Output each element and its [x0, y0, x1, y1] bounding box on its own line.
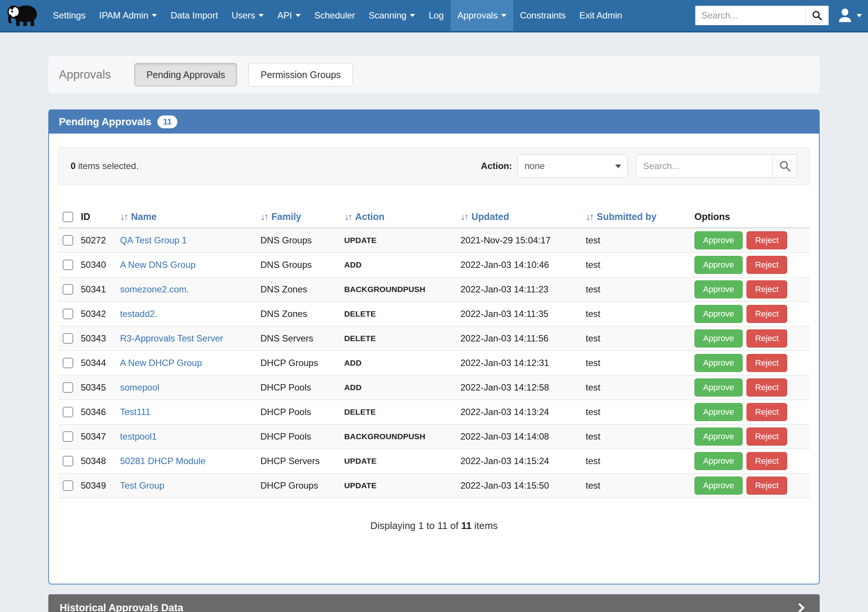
reject-button[interactable]: Reject [747, 477, 787, 495]
nav-item-data-import[interactable]: Data Import [164, 0, 225, 31]
row-id: 50347 [78, 425, 117, 449]
historical-approvals-toggle[interactable]: Historical Approvals Data [48, 594, 820, 612]
reject-button[interactable]: Reject [747, 231, 787, 249]
chevron-down-icon [259, 14, 264, 17]
sort-icon: ↓↑ [344, 211, 351, 222]
row-checkbox[interactable] [63, 358, 73, 368]
row-name-link[interactable]: A New DNS Group [120, 260, 195, 270]
approve-button[interactable]: Approve [694, 305, 743, 323]
nav-item-api[interactable]: API [271, 0, 308, 31]
row-submitted-by: test [583, 351, 691, 375]
nav-item-label: Scanning [369, 10, 406, 21]
chevron-down-icon [501, 14, 507, 17]
table-search-button[interactable] [772, 155, 797, 177]
column-header-action[interactable]: ↓↑Action [341, 206, 457, 228]
pagination-prefix: Displaying 1 to 11 of [370, 520, 461, 531]
row-checkbox[interactable] [63, 480, 73, 491]
reject-button[interactable]: Reject [747, 305, 787, 323]
row-checkbox[interactable] [63, 382, 73, 393]
nav-item-settings[interactable]: Settings [46, 0, 93, 31]
approve-button[interactable]: Approve [694, 378, 743, 397]
reject-button[interactable]: Reject [747, 329, 787, 347]
row-name-link[interactable]: R3-Approvals Test Server [120, 333, 223, 343]
column-label: Updated [471, 211, 509, 222]
nav-item-label: Settings [53, 10, 86, 21]
navbar-search-button[interactable] [805, 6, 829, 25]
row-name-link[interactable]: somepool [120, 382, 159, 392]
nav-item-scheduler[interactable]: Scheduler [308, 0, 362, 31]
row-options: ApproveReject [691, 449, 810, 474]
row-updated: 2022-Jan-03 14:11:23 [457, 277, 583, 302]
approve-button[interactable]: Approve [694, 452, 743, 470]
row-checkbox[interactable] [63, 260, 73, 270]
nav-item-exit-admin[interactable]: Exit Admin [572, 0, 629, 31]
row-family: DNS Groups [257, 228, 341, 253]
approve-button[interactable]: Approve [694, 354, 743, 372]
column-header-family[interactable]: ↓↑Family [257, 206, 341, 228]
row-checkbox[interactable] [63, 333, 73, 344]
approve-button[interactable]: Approve [694, 403, 743, 421]
approve-button[interactable]: Approve [694, 256, 743, 274]
column-header-submitted-by[interactable]: ↓↑Submitted by [583, 206, 691, 228]
nav-item-label: Scheduler [315, 10, 355, 21]
nav-item-scanning[interactable]: Scanning [362, 0, 422, 31]
nav-item-label: Exit Admin [579, 10, 622, 21]
approve-button[interactable]: Approve [694, 280, 743, 299]
nav-item-constraints[interactable]: Constraints [513, 0, 572, 31]
row-name-link[interactable]: testadd2. [120, 308, 157, 319]
panel-title: Pending Approvals [59, 116, 151, 128]
table-search-input[interactable] [636, 155, 772, 177]
row-checkbox[interactable] [63, 235, 73, 246]
row-name-link[interactable]: testpool1 [120, 431, 157, 442]
approve-button[interactable]: Approve [694, 477, 743, 495]
row-checkbox[interactable] [63, 431, 73, 442]
column-header-name[interactable]: ↓↑Name [117, 206, 257, 228]
search-icon [778, 160, 791, 172]
nav-item-users[interactable]: Users [225, 0, 271, 31]
reject-button[interactable]: Reject [747, 354, 787, 372]
row-submitted-by: test [583, 425, 691, 449]
row-family: DHCP Groups [257, 351, 341, 375]
row-checkbox[interactable] [63, 308, 73, 319]
mammoth-logo[interactable] [5, 0, 41, 31]
reject-button[interactable]: Reject [747, 280, 787, 299]
approve-button[interactable]: Approve [694, 329, 743, 347]
approve-button[interactable]: Approve [694, 428, 743, 446]
row-family: DNS Zones [257, 302, 341, 326]
table-toolbar: 0 items selected. Action: none [58, 147, 810, 185]
row-checkbox[interactable] [63, 284, 73, 295]
approve-button[interactable]: Approve [694, 231, 743, 249]
select-all-checkbox[interactable] [63, 212, 73, 222]
column-header-options: Options [691, 206, 810, 228]
tab-permission-groups[interactable]: Permission Groups [248, 63, 353, 87]
row-id: 50348 [78, 449, 117, 474]
reject-button[interactable]: Reject [747, 452, 787, 470]
chevron-down-icon [152, 14, 157, 17]
row-name-link[interactable]: Test Group [120, 480, 164, 491]
column-header-updated[interactable]: ↓↑Updated [457, 206, 583, 228]
row-name-link[interactable]: Test111 [120, 407, 150, 417]
row-name-link[interactable]: somezone2.com. [120, 284, 189, 294]
row-id: 50342 [78, 302, 117, 326]
reject-button[interactable]: Reject [747, 403, 787, 421]
row-checkbox[interactable] [63, 456, 73, 466]
row-submitted-by: test [583, 253, 691, 277]
tab-pending-approvals[interactable]: Pending Approvals [134, 63, 237, 87]
reject-button[interactable]: Reject [747, 378, 787, 397]
row-checkbox-cell [58, 375, 78, 400]
row-family: DHCP Groups [257, 474, 341, 498]
reject-button[interactable]: Reject [747, 428, 787, 446]
action-select[interactable]: none [518, 154, 628, 178]
row-name-link[interactable]: A New DHCP Group [120, 358, 202, 368]
row-name-link[interactable]: 50281 DHCP Module [120, 456, 205, 466]
user-menu[interactable] [837, 8, 862, 23]
nav-item-ipam-admin[interactable]: IPAM Admin [93, 0, 164, 31]
table-row: 50346 Test111 DHCP Pools DELETE 2022-Jan… [58, 400, 810, 425]
nav-item-approvals[interactable]: Approvals [451, 0, 513, 31]
nav-item-log[interactable]: Log [422, 0, 451, 31]
row-name-link[interactable]: QA Test Group 1 [120, 235, 187, 245]
row-checkbox[interactable] [63, 407, 73, 417]
nav-item-label: Log [429, 10, 444, 21]
reject-button[interactable]: Reject [747, 256, 787, 274]
navbar-search-input[interactable] [695, 6, 805, 25]
